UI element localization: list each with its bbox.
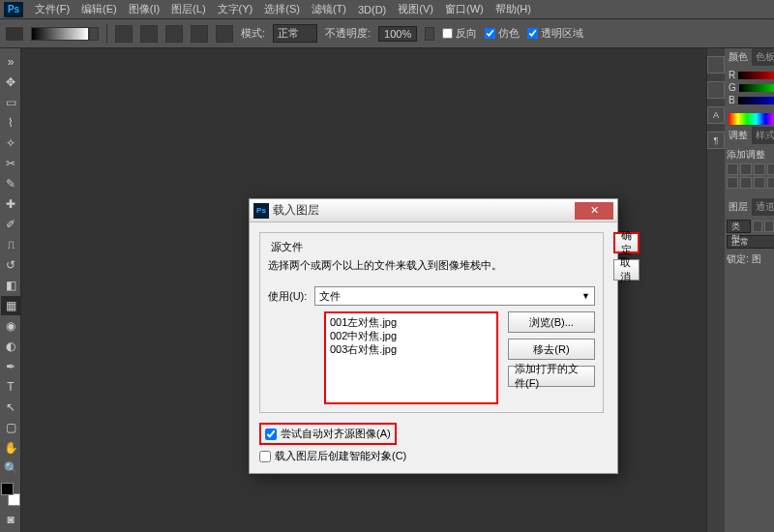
reverse-checkbox[interactable]: 反向: [442, 26, 477, 41]
zoom-tool[interactable]: 🔍: [1, 458, 20, 478]
gradient-linear-icon[interactable]: [115, 25, 133, 43]
move-tool[interactable]: ✥: [1, 73, 20, 92]
color-ramp[interactable]: [729, 113, 774, 125]
history-panel-icon[interactable]: [707, 56, 725, 74]
path-tool[interactable]: ↖: [1, 398, 20, 417]
adj-hue-icon[interactable]: [740, 177, 752, 189]
filter-adj-icon[interactable]: [764, 221, 774, 232]
adj-levels-icon[interactable]: [740, 163, 752, 175]
color-panel: 颜色 色板 R G B: [725, 48, 774, 127]
healing-tool[interactable]: ✚: [1, 194, 20, 214]
filter-img-icon[interactable]: [753, 221, 762, 232]
opacity-label: 不透明度:: [325, 26, 371, 41]
gradient-preview[interactable]: [31, 27, 89, 41]
b-label: B: [729, 95, 735, 105]
close-button[interactable]: ✕: [575, 202, 613, 220]
list-item[interactable]: 003右对焦.jpg: [330, 342, 492, 356]
browse-button[interactable]: 浏览(B)...: [508, 311, 595, 333]
menu-file[interactable]: 文件(F): [29, 2, 75, 16]
tab-swatches[interactable]: 色板: [752, 48, 774, 66]
file-list[interactable]: 001左对焦.jpg 002中对焦.jpg 003右对焦.jpg: [324, 311, 498, 404]
type-tool[interactable]: T: [1, 377, 20, 397]
blur-tool[interactable]: ◉: [1, 316, 20, 336]
add-open-button[interactable]: 添加打开的文件(F): [508, 366, 595, 387]
adj-photo-icon[interactable]: [767, 177, 774, 189]
para-panel-icon[interactable]: ¶: [707, 132, 725, 149]
stamp-tool[interactable]: ⎍: [1, 235, 20, 254]
smart-object-checkbox[interactable]: 载入图层后创建智能对象(C): [259, 449, 608, 463]
remove-button[interactable]: 移去(R): [508, 339, 595, 360]
adj-vibrance-icon[interactable]: [727, 177, 738, 189]
hand-tool[interactable]: ✋: [1, 438, 20, 458]
mode-select[interactable]: 正常: [273, 24, 317, 43]
dialog-titlebar[interactable]: Ps 载入图层 ✕: [250, 199, 617, 222]
properties-panel-icon[interactable]: [707, 81, 725, 99]
dropdown-arrow-icon: ▼: [581, 291, 590, 301]
char-panel-icon[interactable]: A: [707, 106, 725, 124]
gradient-tool[interactable]: ▦: [1, 296, 20, 315]
r-slider[interactable]: [738, 72, 774, 79]
menu-edit[interactable]: 编辑(E): [75, 2, 123, 16]
layer-filter[interactable]: 类型: [727, 220, 751, 233]
gradient-reflected-icon[interactable]: [191, 25, 208, 43]
gradient-dropdown-arrow[interactable]: [89, 27, 99, 41]
dither-checkbox[interactable]: 仿色: [485, 26, 520, 41]
b-slider[interactable]: [738, 97, 774, 104]
pen-tool[interactable]: ✒: [1, 357, 20, 376]
wand-tool[interactable]: ✧: [1, 133, 20, 153]
menu-select[interactable]: 选择(S): [258, 2, 306, 16]
eraser-tool[interactable]: ◧: [1, 276, 20, 295]
adj-curves-icon[interactable]: [754, 163, 765, 175]
gradient-angle-icon[interactable]: [165, 25, 183, 43]
quickmask-tool[interactable]: ◙: [1, 510, 20, 529]
options-bar: 模式: 正常 不透明度: 100% 反向 仿色 透明区域: [0, 19, 774, 48]
tab-channels[interactable]: 通道: [752, 198, 774, 216]
g-label: G: [729, 82, 736, 93]
color-swatches[interactable]: [1, 483, 20, 506]
dodge-tool[interactable]: ◐: [1, 337, 20, 356]
menu-filter[interactable]: 滤镜(T): [306, 2, 352, 16]
menu-3d[interactable]: 3D(D): [352, 4, 392, 15]
menu-help[interactable]: 帮助(H): [490, 2, 537, 16]
layers-panel: 图层 通道 类型 正常 锁定: 图: [725, 198, 774, 270]
tab-layers[interactable]: 图层: [725, 198, 752, 216]
gradient-diamond-icon[interactable]: [216, 25, 233, 43]
ok-button[interactable]: 确定: [613, 232, 640, 253]
eyedropper-tool[interactable]: ✎: [1, 174, 20, 193]
crop-tool[interactable]: ✂: [1, 154, 20, 173]
tool-preset[interactable]: [6, 27, 23, 41]
list-item[interactable]: 001左对焦.jpg: [330, 315, 492, 329]
cancel-button[interactable]: 取消: [613, 259, 640, 281]
menu-view[interactable]: 视图(V): [392, 2, 439, 16]
brush-tool[interactable]: ✐: [1, 215, 20, 234]
tab-styles[interactable]: 样式: [752, 127, 774, 144]
source-groupbox: 源文件 选择两个或两个以上的文件来载入到图像堆栈中。 使用(U): 文件 ▼ 0…: [259, 232, 604, 413]
marquee-tool[interactable]: ▭: [1, 93, 20, 112]
use-select[interactable]: 文件 ▼: [314, 286, 595, 306]
gradient-radial-icon[interactable]: [140, 25, 158, 43]
tab-color[interactable]: 颜色: [725, 48, 752, 66]
adj-exposure-icon[interactable]: [767, 163, 774, 175]
menu-layer[interactable]: 图层(L): [165, 2, 211, 16]
list-item[interactable]: 002中对焦.jpg: [330, 329, 492, 342]
transparency-checkbox[interactable]: 透明区域: [527, 26, 583, 41]
foreground-color[interactable]: [1, 483, 14, 495]
menu-window[interactable]: 窗口(W): [439, 2, 490, 16]
g-slider[interactable]: [739, 84, 774, 92]
adj-brightness-icon[interactable]: [727, 163, 738, 175]
shape-tool[interactable]: ▢: [1, 418, 20, 437]
opacity-value[interactable]: 100%: [378, 26, 417, 42]
lasso-tool[interactable]: ⌇: [1, 113, 20, 133]
collapse-icon[interactable]: »: [1, 52, 20, 72]
lock-fill-icon[interactable]: 图: [752, 252, 761, 266]
menu-type[interactable]: 文字(Y): [212, 2, 259, 16]
auto-align-checkbox[interactable]: 尝试自动对齐源图像(A): [259, 423, 397, 445]
lock-label: 锁定:: [727, 252, 749, 266]
opacity-arrow[interactable]: [425, 27, 434, 41]
adj-bw-icon[interactable]: [754, 177, 765, 189]
adjust-panel: 调整 样式 添加调整: [725, 127, 774, 192]
blend-mode[interactable]: 正常: [727, 235, 774, 249]
tab-adjust[interactable]: 调整: [725, 127, 752, 144]
history-brush-tool[interactable]: ↺: [1, 255, 20, 275]
menu-image[interactable]: 图像(I): [123, 2, 165, 16]
